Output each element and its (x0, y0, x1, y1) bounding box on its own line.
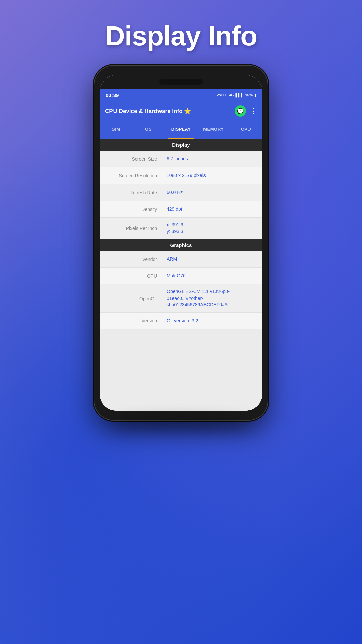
content-area: Display Screen Size 6.7 inches Screen Re… (100, 139, 262, 411)
phone-notch (100, 75, 262, 89)
more-options-button[interactable]: ⋮ (250, 107, 257, 115)
status-bar: 00:39 VoLTE 4G ▌▌▌ 96% ▮ (100, 89, 262, 101)
refresh-rate-row: Refresh Rate 60.0 Hz (100, 184, 262, 201)
ppi-y: y: 393.3 (167, 228, 258, 235)
opengl-row: OpenGL OpenGL ES-CM 1.1 v1.r26p0-01eac0.… (100, 284, 262, 313)
vendor-value: ARM (162, 252, 262, 267)
refresh-rate-value: 60.0 Hz (162, 185, 262, 200)
page-title: Display Info (105, 20, 257, 52)
opengl-value: OpenGL ES-CM 1.1 v1.r26p0-01eac0.###othe… (162, 284, 262, 312)
screen-resolution-value: 1080 x 2179 pixels (162, 168, 262, 183)
status-icons: VoLTE 4G ▌▌▌ 96% ▮ (217, 93, 256, 97)
density-label: Density (100, 203, 162, 216)
density-value: 429 dpi (162, 202, 262, 217)
volte-label: VoLTE (217, 93, 227, 97)
display-section-header: Display (100, 139, 262, 151)
screen-resolution-row: Screen Resolution 1080 x 2179 pixels (100, 167, 262, 184)
tab-memory[interactable]: MEMORY (197, 121, 230, 139)
ppi-x: x: 391.9 (167, 222, 258, 228)
screen-size-label: Screen Size (100, 152, 162, 166)
phone-mockup: 00:39 VoLTE 4G ▌▌▌ 96% ▮ CPU Device & Ha… (94, 65, 268, 421)
tab-display[interactable]: DISPLAY (165, 121, 197, 139)
tab-os[interactable]: OS (132, 121, 165, 139)
tab-cpu[interactable]: CPU (230, 121, 262, 139)
battery-label: 96% (245, 93, 253, 97)
version-label: Version (100, 314, 162, 327)
ppi-row: Pixels Per Inch x: 391.9 y: 393.3 (100, 218, 262, 239)
version-row: Version GL version: 3.2 (100, 313, 262, 329)
phone-screen: 00:39 VoLTE 4G ▌▌▌ 96% ▮ CPU Device & Ha… (100, 75, 262, 411)
notch-bar (159, 79, 203, 85)
gpu-value: Mali-G76 (162, 269, 262, 283)
battery-icon: ▮ (254, 93, 256, 97)
vendor-row: Vendor ARM (100, 251, 262, 268)
screen-size-value: 6.7 inches (162, 152, 262, 166)
density-row: Density 429 dpi (100, 201, 262, 218)
app-toolbar: CPU Device & Hardware Info ⭐ 💬 ⋮ (100, 101, 262, 121)
graphics-section-header: Graphics (100, 239, 262, 251)
whatsapp-button[interactable]: 💬 (235, 105, 246, 117)
network-4g-label: 4G (229, 93, 234, 97)
screen-resolution-label: Screen Resolution (100, 169, 162, 182)
tab-bar: SIM OS DISPLAY MEMORY CPU (100, 121, 262, 139)
ppi-value: x: 391.9 y: 393.3 (162, 218, 262, 239)
version-value: GL version: 3.2 (162, 314, 262, 328)
tab-sim[interactable]: SIM (100, 121, 132, 139)
whatsapp-icon: 💬 (237, 108, 244, 114)
screen-size-row: Screen Size 6.7 inches (100, 151, 262, 167)
opengl-label: OpenGL (100, 292, 162, 305)
app-title: CPU Device & Hardware Info ⭐ (105, 108, 231, 115)
refresh-rate-label: Refresh Rate (100, 186, 162, 199)
signal-icon: ▌▌▌ (236, 93, 243, 97)
phone-shadow (111, 417, 251, 431)
vendor-label: Vendor (100, 253, 162, 266)
ppi-label: Pixels Per Inch (100, 222, 162, 235)
gpu-label: GPU (100, 269, 162, 283)
status-time: 00:39 (106, 92, 119, 98)
gpu-row: GPU Mali-G76 (100, 268, 262, 284)
